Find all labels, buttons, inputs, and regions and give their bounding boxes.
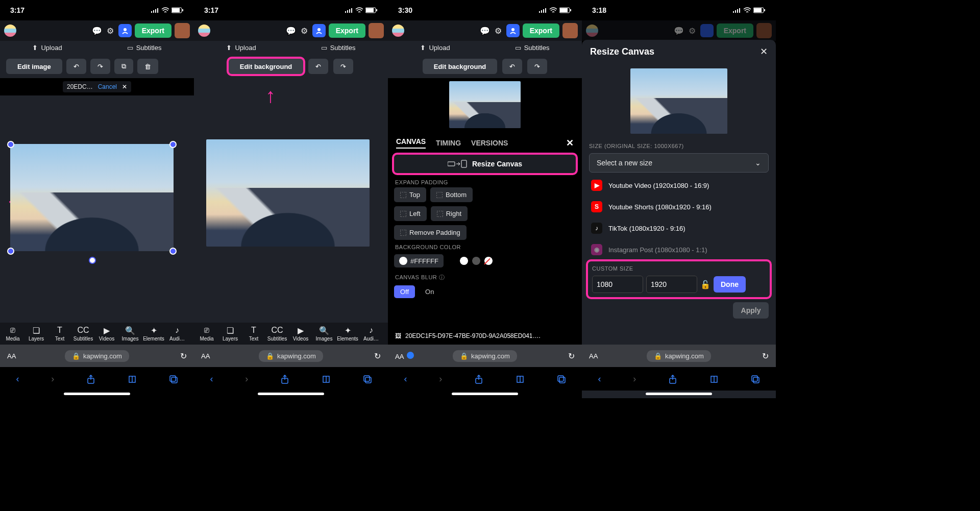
gear-icon[interactable]: ⚙ — [105, 26, 115, 36]
canvas-image[interactable] — [449, 81, 521, 128]
share-button[interactable] — [280, 374, 289, 384]
tool-subtitles[interactable]: CCSubtitles — [265, 326, 289, 342]
resize-handle-tr[interactable] — [169, 141, 177, 148]
add-user-button[interactable] — [118, 24, 132, 37]
blur-off-button[interactable]: Off — [394, 285, 415, 298]
undo-button[interactable]: ↶ — [66, 59, 86, 74]
color-none[interactable] — [484, 257, 493, 265]
upload-button[interactable]: ⬆Upload — [226, 44, 256, 52]
pad-top-button[interactable]: Top — [394, 187, 426, 202]
cancel-link[interactable]: Cancel — [98, 83, 117, 90]
export-button[interactable]: Export — [135, 23, 172, 38]
upload-button[interactable]: ⬆Upload — [420, 44, 450, 52]
undo-button[interactable]: ↶ — [308, 59, 328, 74]
done-button[interactable]: Done — [714, 276, 746, 293]
app-logo[interactable] — [4, 25, 16, 37]
tabs-button[interactable] — [557, 374, 566, 384]
home-indicator[interactable] — [452, 393, 518, 395]
url-pill[interactable]: 🔒 kapwing.com — [453, 350, 517, 362]
app-logo[interactable] — [392, 25, 404, 37]
forward-button[interactable]: › — [245, 374, 248, 384]
copy-button[interactable]: ⧉ — [114, 59, 133, 74]
redo-button[interactable]: ↷ — [333, 59, 353, 74]
avatar[interactable] — [562, 23, 578, 38]
tabs-button[interactable] — [751, 374, 760, 384]
pad-left-button[interactable]: Left — [394, 206, 427, 221]
avatar[interactable] — [369, 23, 384, 38]
chat-icon[interactable]: 💬 — [480, 26, 490, 36]
edit-image-button[interactable]: Edit image — [6, 59, 62, 74]
url-pill[interactable]: 🔒 kapwing.com — [647, 350, 711, 362]
gear-icon[interactable]: ⚙ — [299, 26, 309, 36]
canvas[interactable]: TAP → — [0, 95, 194, 323]
edit-background-button[interactable]: Edit background — [423, 59, 498, 74]
tool-images[interactable]: 🔍Images — [312, 326, 336, 342]
chat-icon[interactable]: 💬 — [92, 26, 102, 36]
reload-icon[interactable]: ↻ — [374, 351, 381, 361]
width-input[interactable] — [592, 276, 643, 293]
bookmarks-button[interactable] — [128, 374, 137, 384]
tool-videos[interactable]: ▶Videos — [95, 326, 118, 342]
bookmarks-button[interactable] — [709, 374, 719, 384]
color-black[interactable] — [448, 257, 456, 265]
apply-button[interactable]: Apply — [733, 302, 769, 319]
reload-icon[interactable]: ↻ — [180, 351, 187, 361]
canvas-image[interactable] — [206, 139, 370, 247]
text-size-button[interactable]: AA — [395, 352, 414, 360]
lock-aspect-icon[interactable]: 🔓 — [700, 280, 710, 289]
forward-button[interactable]: › — [633, 374, 636, 384]
resize-canvas-button[interactable]: Resize Canvas — [394, 155, 576, 173]
chat-icon[interactable]: 💬 — [286, 26, 296, 36]
tab-timing[interactable]: TIMING — [436, 139, 461, 147]
tool-layers[interactable]: ❏Layers — [218, 326, 242, 342]
share-button[interactable] — [668, 374, 677, 384]
share-button[interactable] — [86, 374, 95, 384]
reload-icon[interactable]: ↻ — [568, 351, 575, 361]
size-option[interactable]: SYoutube Shorts (1080x1920 - 9:16) — [582, 196, 776, 217]
url-pill[interactable]: 🔒 kapwing.com — [259, 350, 323, 362]
subtitles-button[interactable]: ▭Subtitles — [127, 44, 162, 52]
back-button[interactable]: ‹ — [404, 374, 407, 384]
share-button[interactable] — [474, 374, 483, 384]
tab-versions[interactable]: VERSIONS — [471, 139, 508, 147]
tool-elements[interactable]: ✦Elements — [336, 326, 359, 342]
close-icon[interactable]: ✕ — [760, 46, 768, 57]
forward-button[interactable]: › — [51, 374, 54, 384]
canvas[interactable]: ↑ — [194, 78, 388, 323]
subtitles-button[interactable]: ▭Subtitles — [515, 44, 550, 52]
tabs-button[interactable] — [169, 374, 178, 384]
rotate-handle[interactable] — [89, 257, 96, 264]
tool-text[interactable]: TText — [48, 326, 71, 342]
tool-media[interactable]: ⎚Media — [1, 326, 24, 342]
resize-handle-bl[interactable] — [7, 248, 14, 255]
filepath-row[interactable]: 🖼 20EDC1F5-D97E-47BE-970D-9A2A058ED041…. — [388, 327, 582, 345]
home-indicator[interactable] — [258, 393, 324, 395]
close-icon[interactable]: ✕ — [122, 83, 127, 90]
tabs-button[interactable] — [363, 374, 372, 384]
export-button[interactable]: Export — [329, 23, 365, 38]
tool-images[interactable]: 🔍Images — [118, 326, 142, 342]
gear-icon[interactable]: ⚙ — [493, 26, 503, 36]
back-button[interactable]: ‹ — [598, 374, 601, 384]
blur-on-button[interactable]: On — [419, 285, 440, 298]
text-size-button[interactable]: AA — [7, 352, 16, 360]
safari-urlbar[interactable]: AA 🔒 kapwing.com ↻ — [388, 345, 582, 367]
tool-media[interactable]: ⎚Media — [195, 326, 218, 342]
text-size-button[interactable]: AA — [589, 352, 598, 360]
close-icon[interactable]: ✕ — [566, 137, 574, 149]
bookmarks-button[interactable] — [516, 374, 525, 384]
color-gray[interactable] — [472, 257, 480, 265]
height-input[interactable] — [646, 276, 697, 293]
tool-audi…[interactable]: ♪Audi… — [359, 326, 383, 342]
tool-videos[interactable]: ▶Videos — [289, 326, 312, 342]
redo-button[interactable]: ↷ — [90, 59, 110, 74]
tool-subtitles[interactable]: CCSubtitles — [71, 326, 95, 342]
redo-button[interactable]: ↷ — [527, 59, 547, 74]
tool-audi…[interactable]: ♪Audi… — [165, 326, 189, 342]
size-option[interactable]: ◉Instagram Post (1080x1080 - 1:1) — [582, 239, 776, 260]
size-option[interactable]: ♪TikTok (1080x1920 - 9:16) — [582, 217, 776, 239]
pad-right-button[interactable]: Right — [431, 206, 468, 221]
upload-button[interactable]: ⬆Upload — [32, 44, 62, 52]
size-select[interactable]: Select a new size ⌄ — [589, 153, 769, 173]
delete-button[interactable]: 🗑 — [137, 59, 158, 74]
